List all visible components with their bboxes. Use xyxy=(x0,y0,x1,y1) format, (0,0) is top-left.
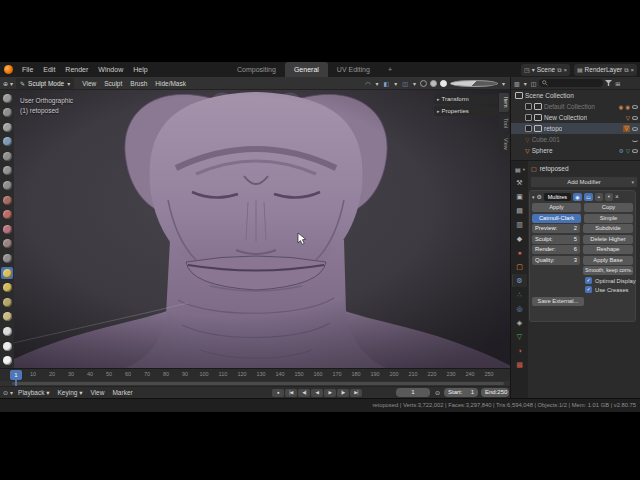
timeline-menu-playback[interactable]: Playback ▾ xyxy=(14,389,53,397)
clock-icon[interactable]: ⊙ xyxy=(2,389,9,396)
transport-auto-keying[interactable]: ● xyxy=(272,389,284,397)
display-mode-icon[interactable]: ◫ xyxy=(530,80,538,87)
close-icon[interactable]: × xyxy=(563,64,567,76)
field-render[interactable]: Render:6 xyxy=(532,245,580,254)
view-layer-selector[interactable]: ▤ RenderLayer ⧉ × xyxy=(574,64,637,76)
shading-wireframe-icon[interactable] xyxy=(420,80,427,87)
breadcrumb-object-name[interactable]: retoposed xyxy=(540,165,569,172)
field-preview[interactable]: Preview:2 xyxy=(532,224,580,233)
transport-jump-to-end[interactable]: ▶| xyxy=(350,389,362,397)
outliner-search[interactable] xyxy=(539,79,603,87)
workspace-tab-uv-editing[interactable]: UV Editing xyxy=(328,62,379,77)
workspace-tab-general[interactable]: General xyxy=(285,62,328,77)
collection-checkbox-icon[interactable] xyxy=(525,103,532,110)
outliner-row-default-collection[interactable]: Default Collection◉◉ xyxy=(511,101,640,112)
viewport-menu-view[interactable]: View xyxy=(78,80,100,87)
button-reshape[interactable]: Reshape xyxy=(583,245,633,254)
eye-open-icon[interactable] xyxy=(632,116,638,120)
falloff-icon[interactable]: ◠ xyxy=(364,80,371,87)
search-input[interactable] xyxy=(550,80,594,86)
button-apply-base[interactable]: Apply Base xyxy=(583,256,633,265)
eye-open-icon[interactable] xyxy=(632,149,638,153)
properties-tab-view-layer[interactable]: ▥ xyxy=(512,218,527,231)
transport-next-keyframe[interactable]: |▶ xyxy=(337,389,349,397)
npanel-section-properties[interactable]: ▸Properties xyxy=(434,106,498,116)
end-frame-field[interactable]: End: 250 xyxy=(481,388,509,397)
outliner-row-scene-collection[interactable]: Scene Collection xyxy=(511,90,640,101)
brush-tool-3[interactable] xyxy=(1,136,13,148)
copy-button[interactable]: Copy xyxy=(584,203,633,212)
active-tool-icon[interactable]: ⊕ xyxy=(0,80,9,87)
filter-settings-icon[interactable]: ⊞ xyxy=(614,80,621,87)
transport-jump-to-start[interactable]: |◀ xyxy=(285,389,297,397)
save-external-button[interactable]: Save External... xyxy=(532,297,584,306)
snapping-icon[interactable]: ◫ xyxy=(401,80,409,87)
transport-play-reverse[interactable]: ◀ xyxy=(311,389,323,397)
option-use-creases[interactable]: ✓Use Creases xyxy=(585,286,633,294)
brush-tool-15[interactable] xyxy=(1,311,13,323)
brush-tool-4[interactable] xyxy=(1,150,13,162)
brush-tool-9[interactable] xyxy=(1,223,13,235)
render-visibility-toggle[interactable]: ◉ xyxy=(573,193,582,201)
workspace-tab-compositing[interactable]: Compositing xyxy=(228,62,285,77)
brush-tool-16[interactable] xyxy=(1,326,13,338)
option-optimal-display[interactable]: ✓Optimal Display xyxy=(585,277,633,285)
scene-selector[interactable]: ◳ ▾ Scene ⧉ × xyxy=(521,64,570,76)
npanel-tab-item[interactable]: Item xyxy=(499,93,509,112)
npanel-tab-view[interactable]: View xyxy=(499,134,509,154)
viewport-menu-hide-mask[interactable]: Hide/Mask xyxy=(151,80,190,87)
timeline-menu-marker[interactable]: Marker xyxy=(108,389,136,397)
transport-play[interactable]: ▶ xyxy=(324,389,336,397)
outliner-row-new-collection[interactable]: New Collection▽ xyxy=(511,112,640,123)
expand-arrow-icon[interactable]: ▾ xyxy=(532,194,535,200)
blender-logo-icon[interactable] xyxy=(4,65,13,74)
collection-checkbox-icon[interactable] xyxy=(525,125,532,132)
brush-tool-6[interactable] xyxy=(1,180,13,192)
shading-solid-icon[interactable] xyxy=(430,80,437,87)
editor-type-icon[interactable]: ▥ xyxy=(513,80,521,87)
brush-tool-1[interactable] xyxy=(1,107,13,119)
properties-tab-world[interactable]: ● xyxy=(512,246,527,259)
uv-smooth-dropdown[interactable]: Smooth, keep corn... ▾ xyxy=(583,266,633,275)
menubar-help[interactable]: Help xyxy=(128,62,152,77)
close-icon[interactable]: × xyxy=(630,64,634,76)
shading-rendered-icon[interactable] xyxy=(450,80,498,87)
properties-tab-render[interactable]: ▣ xyxy=(512,190,527,203)
brush-tool-8[interactable] xyxy=(1,209,13,221)
properties-tab-object[interactable]: ▢ xyxy=(512,260,527,273)
brush-tool-7[interactable] xyxy=(1,194,13,206)
timeline-scrollbar[interactable] xyxy=(12,382,504,385)
menubar-edit[interactable]: Edit xyxy=(38,62,60,77)
viewport-menu-sculpt[interactable]: Sculpt xyxy=(100,80,126,87)
current-frame-field[interactable]: 1 xyxy=(396,388,430,397)
button-delete-higher[interactable]: Delete Higher xyxy=(583,235,633,244)
field-sculpt[interactable]: Sculpt:5 xyxy=(532,235,580,244)
menubar-file[interactable]: File xyxy=(17,62,38,77)
brush-tool-12[interactable] xyxy=(1,267,13,279)
button-subdivide[interactable]: Subdivide xyxy=(583,224,633,233)
mode-selector[interactable]: ✎ Sculpt Mode ▾ xyxy=(16,78,74,89)
eye-open-icon[interactable] xyxy=(632,127,638,131)
transport-previous-keyframe[interactable]: ◀| xyxy=(298,389,310,397)
menubar-render[interactable]: Render xyxy=(60,62,93,77)
orientation-icon[interactable]: ◧ xyxy=(383,80,391,87)
outliner-row-retopo[interactable]: retopo▽ xyxy=(511,123,640,134)
start-frame-field[interactable]: Start: 1 xyxy=(444,388,478,397)
viewport-menu-brush[interactable]: Brush xyxy=(126,80,151,87)
properties-tab-constraints[interactable]: ◈ xyxy=(512,316,527,329)
brush-tool-10[interactable] xyxy=(1,238,13,250)
move-up-button[interactable]: ▴ xyxy=(595,193,603,201)
workspace-tab-item[interactable]: + xyxy=(379,62,401,77)
modifier-name-field[interactable]: Multires xyxy=(544,193,571,201)
brush-tool-11[interactable] xyxy=(1,253,13,265)
brush-tool-5[interactable] xyxy=(1,165,13,177)
brush-tool-13[interactable] xyxy=(1,282,13,294)
delete-modifier-button[interactable]: × xyxy=(615,193,619,200)
apply-button[interactable]: Apply xyxy=(532,203,581,212)
timeline-ruler[interactable]: 1 10203040506070809010011012013014015016… xyxy=(0,368,510,381)
new-scene-icon[interactable]: ⧉ xyxy=(557,64,561,76)
outliner-row-sphere[interactable]: ▽Sphere⚙▽ xyxy=(511,145,640,156)
shading-material-icon[interactable] xyxy=(440,80,447,87)
filter-icon[interactable] xyxy=(605,80,612,86)
brush-tool-2[interactable] xyxy=(1,121,13,133)
